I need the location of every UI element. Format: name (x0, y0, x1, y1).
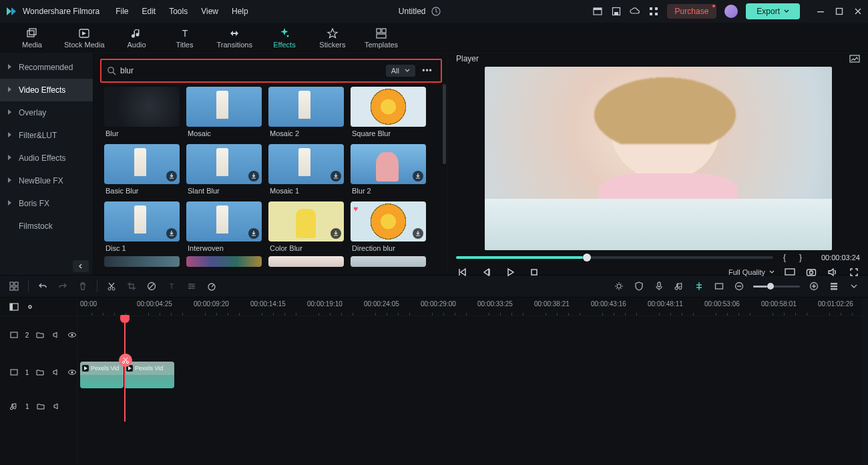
video-track-1[interactable]: Pexels Vid Pexels Vid (77, 354, 868, 391)
download-icon[interactable] (248, 171, 259, 181)
camera-icon[interactable] (805, 266, 817, 278)
prev-frame-button[interactable] (456, 266, 468, 278)
zoom-out-button[interactable] (733, 280, 745, 292)
effect-thumbnail-peek[interactable] (186, 256, 262, 267)
sidebar-item-video-effects[interactable]: Video Effects (0, 79, 93, 101)
save-icon[interactable] (611, 6, 622, 17)
download-icon[interactable] (413, 171, 423, 181)
mute-track-icon[interactable] (52, 402, 61, 411)
hide-track-icon[interactable] (67, 330, 77, 340)
effect-card[interactable]: ♥Direction blur (351, 201, 426, 252)
effect-thumbnail-peek[interactable] (268, 256, 344, 267)
mute-track-icon[interactable] (51, 330, 61, 340)
menu-file[interactable]: File (116, 7, 128, 16)
effect-thumbnail-peek[interactable] (104, 256, 180, 267)
effect-thumbnail[interactable]: ♥ (351, 201, 426, 242)
split-button[interactable] (105, 280, 118, 292)
favorite-icon[interactable]: ♥ (353, 204, 358, 213)
zoom-slider[interactable] (753, 286, 800, 288)
menu-edit[interactable]: Edit (142, 7, 156, 16)
search-input[interactable] (120, 66, 382, 75)
effect-card[interactable]: Blur (104, 87, 180, 137)
timeline-vertical-scrollbar[interactable] (861, 298, 868, 465)
effect-thumbnail-peek[interactable] (351, 256, 426, 267)
effect-thumbnail[interactable] (268, 87, 344, 127)
folder-icon[interactable] (36, 402, 45, 411)
effect-card[interactable]: Interwoven (186, 201, 262, 252)
timeline-ruler[interactable]: 00:0000:00:04:2500:00:09:2000:00:14:1500… (77, 298, 868, 316)
apps-grid-icon[interactable] (648, 6, 659, 17)
folder-icon[interactable] (35, 368, 45, 377)
more-options-button[interactable]: ••• (419, 66, 435, 75)
stop-button[interactable] (528, 266, 540, 278)
mic-icon[interactable] (653, 280, 665, 292)
effect-thumbnail[interactable] (268, 144, 344, 184)
mute-track-icon[interactable] (51, 368, 61, 377)
sidebar-item-newblue-fx[interactable]: NewBlue FX (0, 169, 93, 192)
toggle-grid-icon[interactable] (8, 280, 20, 292)
link-tracks-icon[interactable] (25, 302, 35, 312)
menu-view[interactable]: View (201, 7, 218, 16)
sidebar-item-boris-fx[interactable]: Boris FX (0, 192, 93, 215)
quality-select[interactable]: Full Quality (728, 268, 775, 276)
minimize-button[interactable] (816, 7, 825, 16)
aspect-icon[interactable] (713, 280, 725, 292)
timeline-clip[interactable]: Pexels Vid (124, 362, 174, 388)
effect-thumbnail[interactable] (104, 87, 180, 127)
auto-enhance-icon[interactable] (613, 280, 625, 292)
sidebar-collapse-button[interactable] (73, 260, 89, 272)
folder-icon[interactable] (35, 330, 45, 340)
tab-media[interactable]: Media (16, 27, 48, 49)
sidebar-item-overlay[interactable]: Overlay (0, 101, 93, 124)
hide-track-icon[interactable] (67, 368, 77, 377)
close-button[interactable] (853, 7, 863, 16)
play-reverse-button[interactable] (480, 266, 492, 278)
volume-button[interactable] (827, 266, 839, 278)
split-indicator-icon[interactable] (119, 354, 132, 367)
track-view-icon[interactable] (828, 280, 840, 292)
tab-templates[interactable]: Templates (365, 27, 398, 49)
purchase-button[interactable]: Purchase (667, 4, 717, 19)
sidebar-item-recommended[interactable]: Recommended (0, 56, 93, 79)
display-mode-button[interactable] (784, 266, 796, 278)
search-filter-select[interactable]: All (386, 65, 415, 77)
video-track-2[interactable] (77, 316, 868, 354)
play-button[interactable] (504, 266, 516, 278)
playhead[interactable] (124, 316, 126, 422)
effect-thumbnail[interactable] (186, 87, 262, 127)
sidebar-item-filter-lut[interactable]: Filter&LUT (0, 124, 93, 147)
sidebar-item-audio-effects[interactable]: Audio Effects (0, 147, 93, 169)
audio-track-1[interactable] (77, 391, 868, 422)
download-icon[interactable] (331, 171, 341, 181)
layout-icon[interactable] (592, 6, 603, 17)
effect-thumbnail[interactable] (186, 201, 262, 242)
effect-card[interactable]: Mosaic 1 (268, 144, 344, 195)
effect-card[interactable]: Disc 1 (104, 201, 180, 252)
user-avatar[interactable] (724, 5, 738, 18)
tab-audio[interactable]: Audio (121, 27, 153, 49)
marker-icon[interactable] (693, 280, 705, 292)
download-icon[interactable] (166, 228, 177, 239)
download-icon[interactable] (331, 228, 341, 239)
undo-button[interactable] (37, 280, 49, 292)
progress-knob[interactable] (583, 254, 591, 262)
export-button[interactable]: Export (746, 3, 800, 19)
timeline-menu-icon[interactable] (9, 302, 19, 312)
cloud-icon[interactable] (630, 6, 640, 17)
download-icon[interactable] (248, 228, 259, 239)
maximize-button[interactable] (835, 7, 844, 16)
mark-in-button[interactable]: { (780, 253, 789, 262)
download-icon[interactable] (413, 228, 423, 239)
tab-transitions[interactable]: Transitions (217, 27, 252, 49)
tab-stock-media[interactable]: Stock Media (64, 27, 105, 49)
snapshot-icon[interactable] (849, 53, 860, 64)
effect-thumbnail[interactable] (268, 201, 344, 242)
shield-icon[interactable] (633, 280, 645, 292)
timeline-clip[interactable]: Pexels Vid (80, 362, 124, 388)
effect-card[interactable]: Mosaic 2 (268, 87, 344, 137)
timeline-body[interactable]: 00:0000:00:04:2500:00:09:2000:00:14:1500… (77, 298, 868, 465)
effect-card[interactable]: Color Blur (268, 201, 344, 252)
effect-thumbnail[interactable] (351, 87, 426, 127)
effect-thumbnail[interactable] (104, 144, 180, 184)
effects-scrollbar[interactable] (443, 84, 446, 164)
